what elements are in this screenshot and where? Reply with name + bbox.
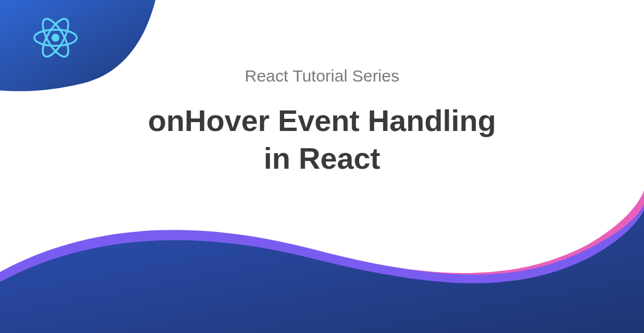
bottom-wave-shape xyxy=(0,189,644,333)
title-line-1: onHover Event Handling xyxy=(148,104,496,137)
title-line-2: in React xyxy=(264,142,380,175)
page-title: onHover Event Handling in React xyxy=(0,102,644,177)
svg-point-0 xyxy=(52,34,59,42)
react-logo-icon xyxy=(33,16,78,60)
series-subtitle: React Tutorial Series xyxy=(0,67,644,85)
